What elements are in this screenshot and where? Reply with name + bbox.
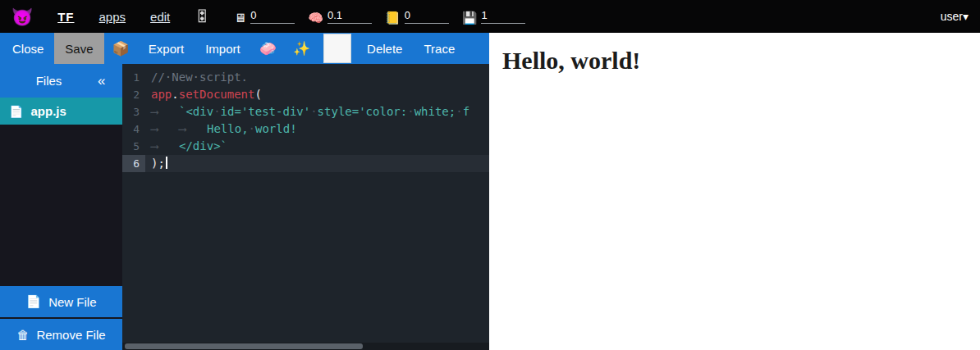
code-token: ⟶: [151, 120, 179, 138]
code-editor[interactable]: 123456 //·New·script.app.setDocument(⟶`<…: [122, 64, 489, 350]
line-number: 3: [122, 103, 145, 120]
output-heading: Hello, world!: [502, 47, 980, 75]
new-file-icon: 📄: [25, 294, 41, 309]
editor-gutter: 123456: [122, 64, 145, 350]
stat-saves: 💾 1: [462, 9, 526, 24]
code-token: white;: [414, 105, 456, 118]
topbar: 😈 TF apps edit 🎛 🖥 0 🧠 0.1 📒 0 💾 1 user▾: [0, 0, 980, 33]
line-number: 6: [122, 155, 145, 172]
stat-memory: 🧠 0.1: [308, 9, 372, 24]
collapse-panel-button[interactable]: «: [98, 73, 122, 89]
editor-code[interactable]: //·New·script.app.setDocument(⟶`<div·id=…: [145, 64, 489, 350]
code-token: ·: [249, 122, 255, 135]
code-token: .: [172, 88, 178, 101]
editor-hscrollbar-thumb[interactable]: [125, 343, 363, 349]
user-menu[interactable]: user▾: [941, 10, 969, 23]
brain-icon: 🧠: [308, 11, 323, 24]
code-token: ⟶: [179, 120, 207, 138]
control-knobs-icon[interactable]: 🎛: [195, 8, 209, 25]
files-panel: Files « 📄 app.js 📄 New File 🗑 Remove: [0, 64, 122, 350]
code-token: ⟶: [151, 103, 179, 120]
package-icon-button[interactable]: 📦: [104, 33, 138, 64]
new-file-button[interactable]: 📄 New File: [0, 286, 122, 317]
code-line[interactable]: //·New·script.: [145, 69, 489, 86]
save-button[interactable]: Save: [54, 33, 103, 64]
code-token: ·: [310, 105, 317, 118]
editor-toolbar: Close Save 📦 Export Import 🧼 ✨ Delete Tr…: [0, 33, 489, 64]
line-number: 4: [122, 120, 145, 138]
line-number: 2: [122, 86, 145, 103]
code-token: </div>`: [179, 139, 227, 152]
remove-file-button[interactable]: 🗑 Remove File: [0, 319, 122, 350]
monitor-icon: 🖥: [234, 11, 246, 24]
remove-file-label: Remove File: [36, 328, 105, 342]
line-number: 5: [122, 138, 145, 155]
code-token: Hello,: [207, 122, 249, 135]
floppy-icon: 💾: [462, 11, 478, 24]
code-token: style='color:: [318, 105, 408, 118]
editor-hscrollbar[interactable]: [122, 343, 489, 350]
app-window: 😈 TF apps edit 🎛 🖥 0 🧠 0.1 📒 0 💾 1 user▾: [0, 0, 980, 350]
files-empty-area: [0, 125, 122, 286]
files-header: Files «: [0, 64, 122, 98]
file-icon: 📄: [9, 105, 23, 118]
soap-icon-button[interactable]: 🧼: [251, 33, 285, 64]
blank-button[interactable]: [323, 34, 351, 63]
stat-ledger-value: 0: [405, 9, 449, 24]
nav-link-edit[interactable]: edit: [150, 10, 170, 24]
code-token: ⟶: [151, 138, 179, 155]
files-title: Files: [0, 74, 98, 88]
logo-emoji-icon[interactable]: 😈: [11, 8, 33, 25]
import-button[interactable]: Import: [195, 33, 251, 64]
workspace: Files « 📄 app.js 📄 New File 🗑 Remove: [0, 64, 489, 350]
code-token: ·: [456, 105, 462, 118]
code-line[interactable]: app.setDocument(: [145, 86, 489, 103]
code-line[interactable]: ⟶⟶Hello,·world!: [145, 120, 489, 138]
close-button[interactable]: Close: [2, 33, 54, 64]
code-token: ·: [407, 105, 414, 118]
trace-button[interactable]: Trace: [413, 33, 465, 64]
status-stats: 🖥 0 🧠 0.1 📒 0 💾 1: [234, 9, 525, 24]
code-line[interactable]: ⟶</div>`: [145, 138, 489, 155]
file-item-appjs[interactable]: 📄 app.js: [0, 98, 122, 125]
stat-monitor: 🖥 0: [234, 9, 295, 24]
code-token: app: [151, 88, 172, 101]
code-token: setDocument: [179, 88, 255, 101]
nav-link-tf[interactable]: TF: [57, 10, 74, 24]
sparkles-icon-button[interactable]: ✨: [285, 33, 318, 64]
code-line[interactable]: );: [145, 155, 489, 172]
main-area: Close Save 📦 Export Import 🧼 ✨ Delete Tr…: [0, 33, 980, 350]
file-name: app.js: [30, 104, 66, 118]
code-token: );: [151, 157, 165, 170]
code-token: f: [463, 105, 469, 118]
stat-memory-value: 0.1: [327, 9, 372, 24]
code-line[interactable]: ⟶`<div·id='test-div'·style='color:·white…: [145, 103, 489, 120]
text-cursor: [166, 157, 167, 169]
line-number: 1: [122, 69, 145, 86]
code-token: //·New·script.: [151, 70, 248, 84]
trash-icon: 🗑: [16, 328, 29, 342]
nav-link-apps[interactable]: apps: [99, 10, 126, 24]
code-token: ·: [213, 105, 220, 118]
code-token: id='test-div': [221, 105, 311, 118]
export-button[interactable]: Export: [138, 33, 195, 64]
editor-side: Close Save 📦 Export Import 🧼 ✨ Delete Tr…: [0, 33, 489, 350]
code-token: world!: [255, 122, 297, 135]
new-file-label: New File: [48, 295, 96, 309]
code-token: `<div: [179, 105, 213, 118]
ledger-icon: 📒: [385, 11, 401, 24]
stat-ledger: 📒 0: [385, 9, 449, 24]
stat-saves-value: 1: [481, 9, 525, 24]
app-output-pane: Hello, world!: [489, 33, 980, 350]
code-token: (: [254, 88, 261, 101]
stat-monitor-value: 0: [250, 9, 295, 24]
delete-button[interactable]: Delete: [356, 33, 413, 64]
